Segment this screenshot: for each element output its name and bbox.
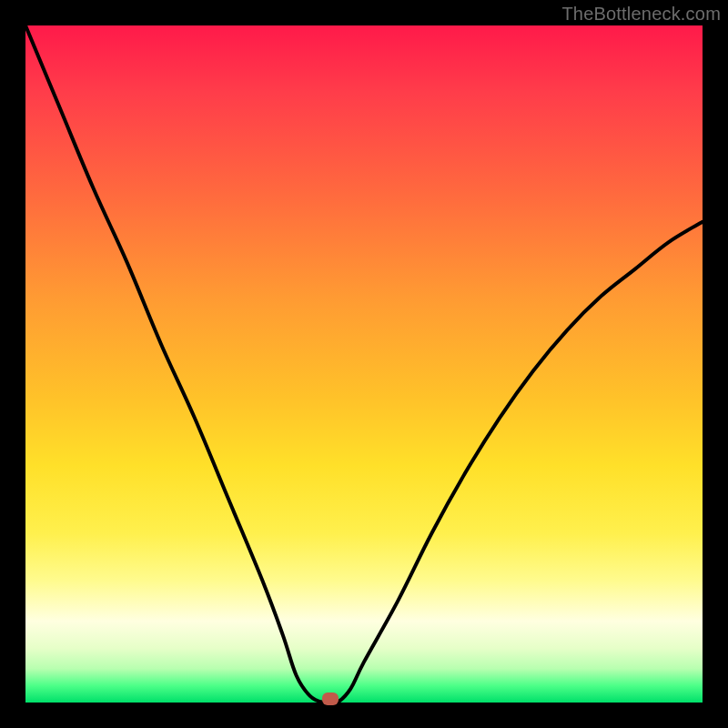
optimal-marker xyxy=(322,693,339,705)
watermark-text: TheBottleneck.com xyxy=(561,4,721,25)
chart-frame: TheBottleneck.com xyxy=(0,0,728,728)
plot-area xyxy=(25,25,703,703)
bottleneck-curve xyxy=(25,25,703,703)
